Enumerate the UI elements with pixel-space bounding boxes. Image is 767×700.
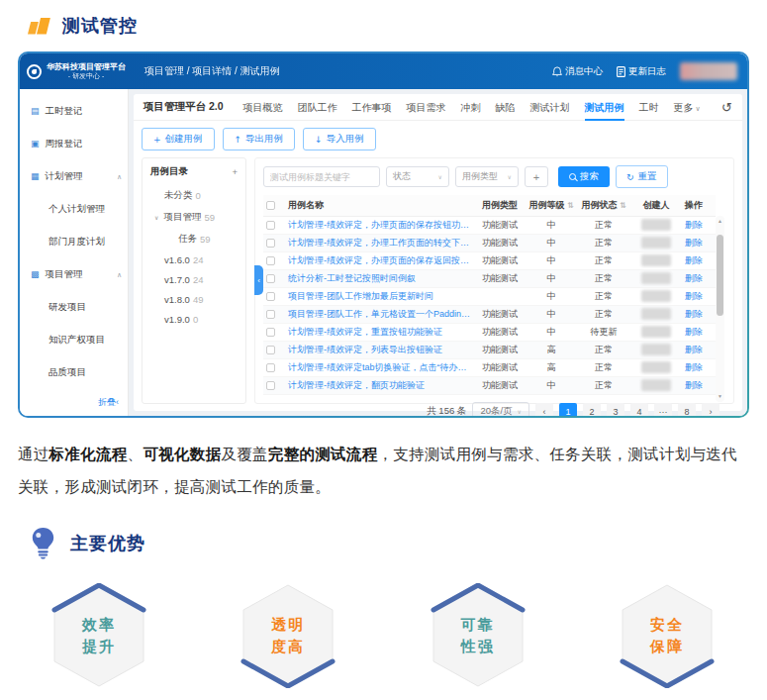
delete-link[interactable]: 删除 [682,323,716,341]
tree-item-task[interactable]: 任务59 [148,228,240,250]
tree-item-v190[interactable]: v1.9.00 [148,309,240,329]
changelog-link[interactable]: 更新日志 [617,65,666,78]
sidebar-item-ip-project[interactable]: 知识产权项目 [20,324,128,356]
search-button[interactable]: 搜索 [558,166,610,187]
page-size-select[interactable]: 20条/页∨ [472,402,529,417]
creator-redacted [641,290,671,302]
page-button[interactable]: 2 [583,403,601,417]
case-name-link[interactable]: 计划管理-绩效评定tab切换验证，点击“待办工作”tab [285,358,474,376]
delete-link[interactable]: 删除 [682,358,716,376]
row-checkbox[interactable] [266,381,275,390]
row-checkbox[interactable] [266,274,275,283]
col-case-level[interactable]: 用例等级 ⇅ [526,195,577,216]
case-name-link[interactable]: 项目管理-团队工作，单元格设置一个Padding，取消抖动效果。 [285,305,474,323]
delete-link[interactable]: 删除 [682,305,716,323]
tab-test-plan[interactable]: 测试计划 [530,94,570,121]
page-button[interactable]: 3 [607,403,624,417]
delete-link[interactable]: 删除 [682,216,716,234]
tab-team-work[interactable]: 团队工作 [298,94,337,121]
tree-item-v160[interactable]: v1.6.024 [148,250,240,269]
tree-item-v170[interactable]: v1.7.024 [148,269,240,289]
import-icon: ↓ [315,135,323,145]
creator-redacted [641,237,671,249]
creator-redacted [641,379,671,391]
tab-worktime[interactable]: 工时 [639,94,659,121]
page-button[interactable]: 4 [630,403,648,417]
row-checkbox[interactable] [266,239,275,248]
case-name-link[interactable]: 计划管理-绩效评定，列表导出按钮验证 [285,341,474,358]
delete-link[interactable]: 删除 [682,341,716,358]
case-type-select[interactable]: 用例类型∨ [455,166,519,187]
sidebar-item-rd-project[interactable]: 研发项目 [20,291,128,324]
tab-defects[interactable]: 缺陷 [496,94,516,121]
desc-text-bold: 完整的测试流程 [268,446,378,462]
lightbulb-icon [30,527,56,559]
row-checkbox[interactable] [266,256,275,265]
sidebar-item-label: 品质项目 [48,366,86,379]
col-case-level-label: 用例等级 [528,200,564,210]
logo[interactable]: 华苏科技项目管理平台 - 研发中心 - [20,62,131,81]
tree-collapse-handle[interactable]: ‹ [254,265,263,295]
tab-more[interactable]: 更多∨ [674,94,701,121]
sidebar-collapse-button[interactable]: 折叠‹ [98,396,119,409]
sidebar-item-dept-monthly-plan[interactable]: 部门月度计划 [20,226,128,258]
delete-link[interactable]: 删除 [682,251,716,269]
row-checkbox[interactable] [266,310,275,319]
sidebar-item-plan-mgmt[interactable]: ▦ 计划管理 ∧ [20,160,128,193]
keyword-input[interactable] [263,166,380,187]
export-case-button[interactable]: ↑导出用例 [223,128,296,150]
tree-item-v180[interactable]: v1.8.049 [148,289,240,309]
reset-button[interactable]: ↻重置 [616,165,668,188]
row-checkbox[interactable] [266,363,275,372]
status-select[interactable]: 状态∨ [386,166,449,187]
import-case-button[interactable]: ↓导入用例 [303,128,376,150]
page-button[interactable]: 8 [678,403,696,417]
case-name-link[interactable]: 计划管理-绩效评定，办理工作页面的转交下一步按钮功能验证 [285,234,474,251]
prev-page-button[interactable]: ‹ [535,403,553,417]
add-directory-button[interactable]: + [232,166,238,177]
next-page-button[interactable]: › [702,403,719,417]
case-name-link[interactable]: 计划管理-绩效评定，办理页面的保存返回按钮功能验证 [285,251,474,269]
sidebar-item-project-mgmt[interactable]: ▩ 项目管理 ∧ [20,258,128,291]
delete-link[interactable]: 删除 [682,287,716,305]
create-case-button[interactable]: +创建用例 [142,128,215,150]
delete-link[interactable]: 删除 [682,269,716,287]
tab-overview[interactable]: 项目概览 [243,94,283,121]
scrollbar-thumb[interactable] [717,235,723,316]
case-name-link[interactable]: 计划管理-绩效评定，翻页功能验证 [285,376,474,394]
tab-work-items[interactable]: 工作事项 [352,94,392,121]
add-filter-button[interactable]: + [525,166,548,187]
chevron-down-icon: ∨ [508,173,512,180]
user-avatar-redacted[interactable] [680,62,737,80]
case-name-link[interactable]: 计划管理-绩效评定，办理页面的保存按钮功能验证 [285,216,474,234]
page-button[interactable]: 1 [559,403,577,417]
back-icon[interactable]: ↺ [721,100,732,115]
delete-link[interactable]: 删除 [682,376,716,394]
table-scrollbar[interactable]: ▲ ▼ [716,216,724,402]
tree-item-uncategorized[interactable]: 未分类0 [148,184,240,206]
scroll-down-icon[interactable]: ▼ [718,394,722,399]
message-center-link[interactable]: 消息中心 [552,65,603,78]
delete-link[interactable]: 删除 [682,234,716,251]
case-status: 正常 [577,251,630,269]
sidebar-item-weekly-report[interactable]: ▣ 周报登记 [20,128,128,160]
select-all-checkbox[interactable] [266,201,275,210]
row-checkbox[interactable] [266,221,275,230]
tab-test-cases[interactable]: 测试用例 [585,94,624,121]
col-case-status[interactable]: 用例状态 ⇅ [577,195,630,216]
case-name-link[interactable]: 计划管理-绩效评定，重置按钮功能验证 [285,323,474,341]
row-checkbox[interactable] [266,328,275,337]
row-checkbox[interactable] [266,292,275,301]
case-name-link[interactable]: 项目管理-团队工作增加最后更新时间 [285,287,474,305]
tab-sprint[interactable]: 冲刺 [461,94,481,121]
sidebar-item-quality-project[interactable]: 品质项目 [20,356,128,389]
sidebar-item-worktime[interactable]: ▤ 工时登记 [20,95,128,128]
row-checkbox[interactable] [266,346,275,354]
case-name-link[interactable]: 统计分析-工时登记按照时间倒叙 [285,269,474,287]
page-ellipsis[interactable]: ··· [654,403,672,417]
case-level: 中 [526,305,577,323]
tree-item-project-mgmt[interactable]: ∨项目管理59 [148,206,240,228]
tab-requirements[interactable]: 项目需求 [407,94,446,121]
sidebar-item-personal-plan[interactable]: 个人计划管理 [20,193,128,226]
scroll-up-icon[interactable]: ▲ [718,219,722,224]
